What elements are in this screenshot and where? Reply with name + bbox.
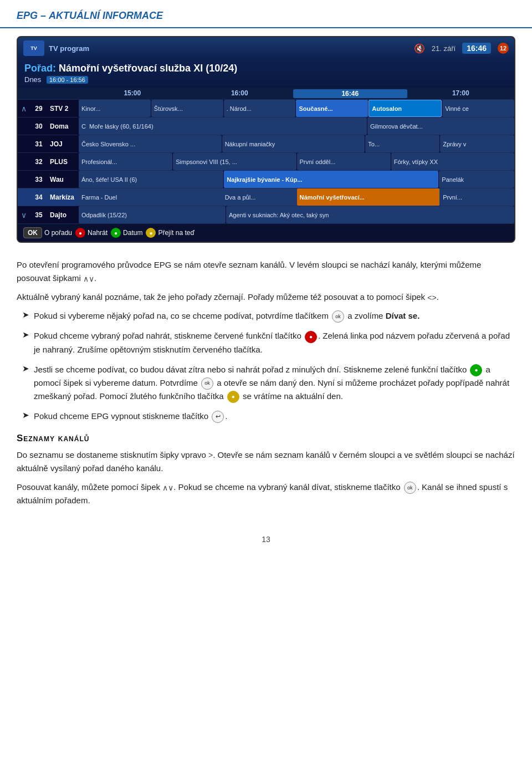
epg-header-left: TV TV program <box>23 40 89 56</box>
arrows-ud: ∧∨ <box>162 482 173 494</box>
row-num-31: 31 <box>30 135 48 152</box>
row-programs-30: C Moře lásky (60, 61/164) Gilmorova děvč… <box>79 118 514 135</box>
title-main: AKTUÁLNÍ INFORMACE <box>49 10 163 21</box>
time-current: 16:46 <box>293 89 407 98</box>
epg-row-29: ∧ 29 STV 2 Kinor... Štúrovsk... . Národ.… <box>18 99 514 117</box>
prog-prvni[interactable]: První... <box>440 188 514 206</box>
prog-sturovsk[interactable]: Štúrovsk... <box>151 100 223 117</box>
bullet-1: ➤ Pokud si vybereme nějaký pořad na, co … <box>17 309 515 323</box>
epg-tv-label: TV program <box>49 44 89 53</box>
title-prefix: EPG <box>17 10 38 21</box>
datum-label: Datum <box>123 229 142 237</box>
prog-narod[interactable]: . Národ... <box>224 100 296 117</box>
row-nav-35: ∨ <box>18 206 30 223</box>
bullet-text-4: Pokud chceme EPG vypnout stiskneme tlačí… <box>34 410 515 423</box>
ok-inline-icon-3: ok <box>404 482 416 494</box>
btn-ok-group: OK O pořadu <box>23 227 72 238</box>
o-poradu-label: O pořadu <box>44 229 72 237</box>
row-num-33: 33 <box>30 171 48 188</box>
section-para-2: Posouvat kanály, můžete pomocí šipek ∧∨.… <box>17 481 515 507</box>
time-row-spacer <box>18 93 79 95</box>
prog-time-badge: 16:00 - 16:56 <box>47 76 88 84</box>
bullet-4: ➤ Pokud chceme EPG vypnout stiskneme tla… <box>17 410 515 423</box>
row-nav-31 <box>18 135 30 152</box>
row-nav-33 <box>18 171 30 188</box>
row-name-34: Markíza <box>48 188 79 206</box>
prog-simpsonovi[interactable]: Simpsonovi VIII (15, ... <box>173 153 296 170</box>
epg-row-35: ∨ 35 Dajto Odpadlík (15/22) Agenti v suk… <box>18 206 514 223</box>
prog-gilmorova[interactable]: Gilmorova děvčat... <box>367 118 514 135</box>
section-title: Seznamy kanálů <box>17 433 515 444</box>
epg-row-32: 32 PLUS Profesionál... Simpsonovi VIII (… <box>18 152 514 170</box>
epg-row-33: 33 Wau Áno, šéfe! USA II (6) Najkrajšie … <box>18 170 514 188</box>
mute-icon: 🔇 <box>414 43 425 54</box>
row-num-34: 34 <box>30 188 48 206</box>
row-programs-35: Odpadlík (15/22) Agenti v sukniach: Aký … <box>79 206 514 223</box>
epg-program-title: Pořad: Námořní vyšetřovací služba XI (10… <box>24 63 508 74</box>
prog-forky[interactable]: Fórky, vtípky XX <box>391 153 514 170</box>
prog-najkrajsie[interactable]: Najkrajšie bývanie - Kúp... <box>224 171 438 188</box>
bullet-2: ➤ Pokud chceme vybraný pořad nahrát, sti… <box>17 329 515 356</box>
intro-paragraph: Po otevření programového průvodce EPG se… <box>17 258 515 285</box>
row-programs-33: Áno, šéfe! USA II (6) Najkrajšie bývanie… <box>79 171 514 188</box>
row-nav-34 <box>18 188 30 206</box>
row-name-29: STV 2 <box>48 100 79 117</box>
bullet-text-1: Pokud si vybereme nějaký pořad na, co se… <box>34 309 515 323</box>
program-name: Námořní vyšetřovací služba XI (10/24) <box>59 63 237 74</box>
prog-dnes: Dnes <box>24 75 41 84</box>
prog-namorni[interactable]: Námořní vyšetřovací... <box>297 188 440 206</box>
row-name-35: Dajto <box>48 206 79 223</box>
prog-odpadlik[interactable]: Odpadlík (15/22) <box>79 206 226 223</box>
red-inline-icon: ● <box>305 331 317 343</box>
prog-cesko-slovensko[interactable]: Česko Slovensko ... <box>79 135 222 152</box>
title-dash: – <box>40 10 46 21</box>
green-inline-icon: ● <box>470 364 482 376</box>
row-num-30: 30 <box>30 118 48 135</box>
back-inline-icon: ↩ <box>212 411 224 423</box>
epg-row-30: 30 Doma C Moře lásky (60, 61/164) Gilmor… <box>18 117 514 135</box>
prog-vinne[interactable]: Vinné ce <box>442 100 514 117</box>
prog-sucasne[interactable]: Současné... <box>296 100 368 117</box>
prog-kinor[interactable]: Kinor... <box>79 100 151 117</box>
row-name-32: PLUS <box>48 153 79 170</box>
red-button[interactable]: ● <box>75 228 85 238</box>
epg-date: 21. září <box>432 44 456 53</box>
arrow-right: > <box>208 449 213 461</box>
yellow-button[interactable]: ● <box>146 228 156 238</box>
prog-profesional[interactable]: Profesionál... <box>79 153 172 170</box>
row-programs-31: Česko Slovensko ... Nákupní maniačky To.… <box>79 135 514 152</box>
prog-more-lasky[interactable]: C Moře lásky (60, 61/164) <box>79 118 367 135</box>
arrows-up-down: ∧∨ <box>83 273 94 285</box>
epg-program-bar: Pořad: Námořní vyšetřovací služba XI (10… <box>18 59 514 88</box>
epg-program-subtitle: Dnes 16:00 - 16:56 <box>24 75 508 84</box>
epg-time-row: 15:00 16:00 16:46 17:00 <box>18 88 514 99</box>
row-num-29: 29 <box>30 100 48 117</box>
btn-datum-group: ● Datum <box>111 228 142 238</box>
ok-button[interactable]: OK <box>23 227 42 238</box>
prog-zpravy[interactable]: Zprávy v <box>440 135 514 152</box>
prog-dva-a-pul[interactable]: Dva a půl... <box>222 188 296 206</box>
epg-time: 16:46 <box>462 43 491 54</box>
row-nav-30 <box>18 118 30 135</box>
row-programs-34: Farma - Duel Dva a půl... Námořní vyšetř… <box>79 188 514 206</box>
epg-buttons: OK O pořadu ● Nahrát ● Datum ● Přejít na… <box>18 223 514 242</box>
prog-to[interactable]: To... <box>365 135 439 152</box>
prog-nakupni[interactable]: Nákupní maniačky <box>222 135 365 152</box>
prog-autosalon[interactable]: Autosalon <box>369 100 442 117</box>
ok-inline-icon: ok <box>332 310 344 323</box>
prog-panelak[interactable]: Panelák <box>439 171 514 188</box>
program-label: Pořad: <box>24 63 56 74</box>
bullet-text-2: Pokud chceme vybraný pořad nahrát, stisk… <box>34 329 515 356</box>
prog-prvni-oddel[interactable]: První odděl... <box>297 153 391 170</box>
green-button[interactable]: ● <box>111 228 121 238</box>
section-para-1: Do seznamu se dostaneme stisknutím šipky… <box>17 448 515 475</box>
row-nav-29: ∧ <box>18 100 30 117</box>
row-name-31: JOJ <box>48 135 79 152</box>
row-nav-32 <box>18 153 30 170</box>
btn-prejit-group: ● Přejít na teď <box>146 228 194 238</box>
prog-farma[interactable]: Farma - Duel <box>79 188 222 206</box>
epg-notif: 12 <box>498 43 509 54</box>
prog-agenti[interactable]: Agenti v sukniach: Aký otec, taký syn <box>226 206 514 223</box>
arrows-lr: <> <box>427 292 436 304</box>
prog-ano-sefe[interactable]: Áno, šéfe! USA II (6) <box>79 171 223 188</box>
